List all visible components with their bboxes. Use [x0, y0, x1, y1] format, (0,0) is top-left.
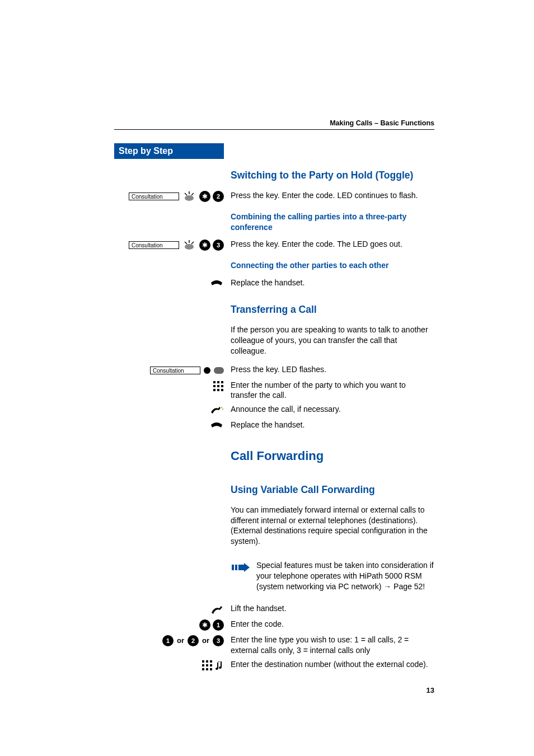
svg-line-2	[191, 193, 194, 195]
heading-transferring: Transferring a Call	[231, 303, 434, 317]
digit-3-key-icon: 3	[213, 240, 224, 251]
note-box: Special features must be taken into cons…	[231, 558, 434, 594]
svg-rect-24	[202, 660, 204, 663]
led-flash-icon	[181, 190, 197, 203]
svg-rect-28	[206, 664, 208, 666]
svg-rect-25	[206, 660, 208, 663]
tone-icon	[215, 660, 224, 671]
svg-rect-21	[235, 565, 237, 570]
chapter-title: Making Calls – Basic Functions	[330, 119, 434, 127]
svg-point-19	[222, 408, 223, 410]
step-icon-consultation-star-2: Consultation 2	[114, 190, 224, 203]
or-label: or	[202, 636, 209, 645]
digit-2-key-icon: 2	[213, 191, 224, 202]
svg-rect-15	[213, 389, 216, 391]
star-key-icon	[199, 240, 210, 251]
led-flash-icon	[181, 239, 197, 251]
svg-point-8	[204, 367, 210, 374]
svg-rect-29	[210, 664, 212, 666]
note-text: Special features must be taken into cons…	[256, 560, 434, 592]
paragraph: You can immediately forward internal or …	[231, 505, 434, 547]
svg-point-3	[185, 195, 194, 201]
svg-rect-27	[202, 664, 204, 666]
svg-rect-12	[213, 385, 216, 387]
svg-rect-16	[217, 389, 219, 391]
key-consultation-label: Consultation	[129, 192, 179, 200]
paragraph: If the person you are speaking to wants …	[231, 325, 434, 356]
step-text: Press the key. Enter the code. The LED g…	[231, 239, 434, 250]
handset-up-icon	[209, 604, 224, 614]
heading-connecting: Connecting the other parties to each oth…	[231, 260, 434, 271]
manual-page: Making Calls – Basic Functions Step by S…	[0, 0, 534, 717]
step-text: Announce the call, if necessary.	[231, 404, 434, 415]
heading-switching: Switching to the Party on Hold (Toggle)	[231, 169, 434, 182]
step-text: Enter the destination number (without th…	[231, 659, 434, 670]
header-rule: Making Calls – Basic Functions	[114, 118, 434, 130]
step-text: Replace the handset.	[231, 278, 434, 288]
page-number: 13	[114, 686, 434, 694]
keypad-icon	[202, 660, 213, 671]
svg-rect-31	[206, 668, 208, 670]
svg-rect-32	[210, 668, 212, 670]
step-icon-star-1: 1	[114, 619, 224, 631]
svg-rect-10	[217, 381, 219, 383]
step-icon-1-or-2-or-3: 1 or 2 or 3	[114, 635, 224, 647]
star-key-icon	[199, 191, 210, 202]
step-icon-consultation: Consultation	[114, 364, 224, 377]
svg-rect-30	[202, 668, 204, 670]
heading-combining: Combining the calling parties into a thr…	[231, 212, 434, 233]
step-text: Lift the handset.	[231, 603, 434, 614]
svg-rect-20	[232, 565, 234, 570]
svg-point-7	[185, 244, 194, 250]
key-consultation-label: Consultation	[150, 367, 200, 374]
star-key-icon	[199, 619, 210, 631]
handset-talk-icon	[209, 405, 224, 415]
handset-down-icon	[209, 279, 224, 288]
note-arrow-icon	[231, 561, 251, 574]
step-by-step-band: Step by Step	[114, 143, 224, 159]
key-button-icon	[214, 367, 224, 374]
digit-2-key-icon: 2	[188, 635, 199, 646]
step-text: Enter the code.	[231, 619, 434, 630]
step-text: Replace the handset.	[231, 420, 434, 430]
step-text: Press the key. LED flashes.	[231, 364, 434, 375]
step-icon-keypad-tone	[114, 659, 224, 672]
keypad-icon	[213, 381, 224, 392]
svg-rect-22	[238, 565, 244, 570]
svg-rect-11	[221, 381, 223, 383]
svg-rect-14	[221, 385, 223, 387]
svg-rect-13	[217, 385, 219, 387]
digit-1-key-icon: 1	[213, 619, 224, 631]
heading-variable-forwarding: Using Variable Call Forwarding	[231, 483, 434, 497]
digit-3-key-icon: 3	[213, 635, 224, 646]
key-consultation-label: Consultation	[129, 241, 179, 249]
svg-rect-26	[210, 660, 212, 663]
svg-point-18	[221, 407, 222, 408]
svg-rect-9	[213, 381, 216, 383]
or-label: or	[177, 636, 184, 645]
step-text: Press the key. Enter the code. LED conti…	[231, 190, 434, 201]
step-icon-consultation-star-3: Consultation 3	[114, 239, 224, 251]
digit-1-key-icon: 1	[162, 635, 174, 646]
svg-line-5	[185, 242, 187, 244]
heading-call-forwarding: Call Forwarding	[231, 448, 434, 464]
step-text: Enter the line type you wish to use: 1 =…	[231, 635, 434, 656]
svg-rect-17	[221, 389, 223, 391]
svg-line-6	[191, 242, 194, 244]
led-on-icon	[203, 366, 212, 375]
step-text: Enter the number of the party to which y…	[231, 380, 434, 401]
svg-line-1	[185, 193, 187, 195]
handset-down-icon	[209, 421, 224, 430]
svg-marker-23	[244, 563, 250, 572]
